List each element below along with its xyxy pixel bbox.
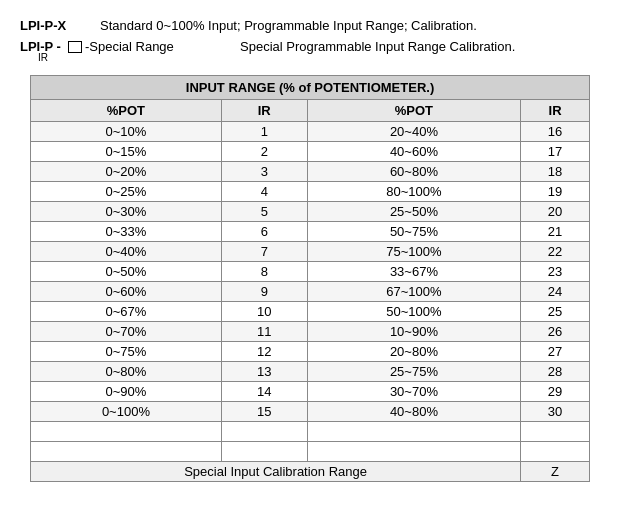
table-row: 0~60%967~100%24 <box>31 282 590 302</box>
model2-desc: Special Programmable Input Range Calibra… <box>240 39 515 54</box>
model1-desc: Standard 0~100% Input; Programmable Inpu… <box>100 18 477 33</box>
table-cell: 0~10% <box>31 122 222 142</box>
empty-cell <box>221 422 307 442</box>
special-range-text: -Special Range <box>85 39 174 54</box>
ir-sub-label: IR <box>38 52 48 63</box>
table-cell: 10 <box>221 302 307 322</box>
table-cell: 29 <box>521 382 590 402</box>
table-cell: 60~80% <box>307 162 521 182</box>
table-cell: 3 <box>221 162 307 182</box>
table-row: 0~30%525~50%20 <box>31 202 590 222</box>
table-row: 0~50%833~67%23 <box>31 262 590 282</box>
table-row: 0~15%240~60%17 <box>31 142 590 162</box>
model1-label: LPI-P-X <box>20 18 100 33</box>
empty-cell <box>521 442 590 462</box>
table-cell: 28 <box>521 362 590 382</box>
table-title: INPUT RANGE (% of POTENTIOMETER.) <box>31 76 590 100</box>
table-cell: 4 <box>221 182 307 202</box>
box-icon <box>68 41 82 53</box>
table-cell: 80~100% <box>307 182 521 202</box>
table-cell: 20 <box>521 202 590 222</box>
table-cell: 20~40% <box>307 122 521 142</box>
table-cell: 0~20% <box>31 162 222 182</box>
table-cell: 26 <box>521 322 590 342</box>
empty-cell <box>307 422 521 442</box>
table-cell: 17 <box>521 142 590 162</box>
table-cell: 0~70% <box>31 322 222 342</box>
table-cell: 24 <box>521 282 590 302</box>
table-cell: 0~15% <box>31 142 222 162</box>
header-section: LPI-P-X Standard 0~100% Input; Programma… <box>20 18 600 63</box>
table-cell: 40~80% <box>307 402 521 422</box>
table-row: 0~70%1110~90%26 <box>31 322 590 342</box>
col-header-ir1: IR <box>221 100 307 122</box>
table-cell: 19 <box>521 182 590 202</box>
table-cell: 22 <box>521 242 590 262</box>
table-cell: 0~33% <box>31 222 222 242</box>
table-cell: 0~30% <box>31 202 222 222</box>
col-header-pot1: %POT <box>31 100 222 122</box>
table-cell: 15 <box>221 402 307 422</box>
empty-cell <box>221 442 307 462</box>
table-row: 0~80%1325~75%28 <box>31 362 590 382</box>
table-cell: 25~75% <box>307 362 521 382</box>
table-row: 0~10%120~40%16 <box>31 122 590 142</box>
table-cell: 0~80% <box>31 362 222 382</box>
table-row: 0~67%1050~100%25 <box>31 302 590 322</box>
table-cell: 33~67% <box>307 262 521 282</box>
footer-value: Z <box>521 462 590 482</box>
table-container: INPUT RANGE (% of POTENTIOMETER.) %POT I… <box>30 75 590 482</box>
table-cell: 25 <box>521 302 590 322</box>
table-row: 0~100%1540~80%30 <box>31 402 590 422</box>
table-cell: 11 <box>221 322 307 342</box>
model2-left: LPI-P - -Special Range IR <box>20 39 220 63</box>
table-cell: 21 <box>521 222 590 242</box>
table-cell: 0~60% <box>31 282 222 302</box>
table-cell: 30~70% <box>307 382 521 402</box>
table-cell: 16 <box>521 122 590 142</box>
table-cell: 0~25% <box>31 182 222 202</box>
col-header-ir2: IR <box>521 100 590 122</box>
table-cell: 27 <box>521 342 590 362</box>
table-cell: 12 <box>221 342 307 362</box>
empty-cell <box>31 422 222 442</box>
table-cell: 5 <box>221 202 307 222</box>
model1-row: LPI-P-X Standard 0~100% Input; Programma… <box>20 18 600 33</box>
table-cell: 14 <box>221 382 307 402</box>
empty-cell <box>521 422 590 442</box>
table-row: 0~40%775~100%22 <box>31 242 590 262</box>
table-cell: 1 <box>221 122 307 142</box>
table-cell: 0~100% <box>31 402 222 422</box>
col-header-pot2: %POT <box>307 100 521 122</box>
table-cell: 0~75% <box>31 342 222 362</box>
empty-cell <box>31 442 222 462</box>
empty-row <box>31 442 590 462</box>
table-cell: 7 <box>221 242 307 262</box>
table-cell: 75~100% <box>307 242 521 262</box>
table-cell: 0~67% <box>31 302 222 322</box>
table-cell: 50~100% <box>307 302 521 322</box>
table-cell: 30 <box>521 402 590 422</box>
table-cell: 9 <box>221 282 307 302</box>
table-cell: 10~90% <box>307 322 521 342</box>
table-cell: 0~50% <box>31 262 222 282</box>
empty-row <box>31 422 590 442</box>
table-cell: 40~60% <box>307 142 521 162</box>
table-cell: 6 <box>221 222 307 242</box>
table-cell: 8 <box>221 262 307 282</box>
model2-row-wrapper: LPI-P - -Special Range IR Special Progra… <box>20 39 600 63</box>
table-row: 0~25%480~100%19 <box>31 182 590 202</box>
footer-row: Special Input Calibration RangeZ <box>31 462 590 482</box>
table-cell: 0~90% <box>31 382 222 402</box>
table-cell: 23 <box>521 262 590 282</box>
table-cell: 50~75% <box>307 222 521 242</box>
table-cell: 2 <box>221 142 307 162</box>
table-cell: 25~50% <box>307 202 521 222</box>
table-row: 0~75%1220~80%27 <box>31 342 590 362</box>
table-row: 0~90%1430~70%29 <box>31 382 590 402</box>
input-range-table: INPUT RANGE (% of POTENTIOMETER.) %POT I… <box>30 75 590 482</box>
table-row: 0~33%650~75%21 <box>31 222 590 242</box>
footer-label: Special Input Calibration Range <box>31 462 521 482</box>
table-row: 0~20%360~80%18 <box>31 162 590 182</box>
table-cell: 0~40% <box>31 242 222 262</box>
